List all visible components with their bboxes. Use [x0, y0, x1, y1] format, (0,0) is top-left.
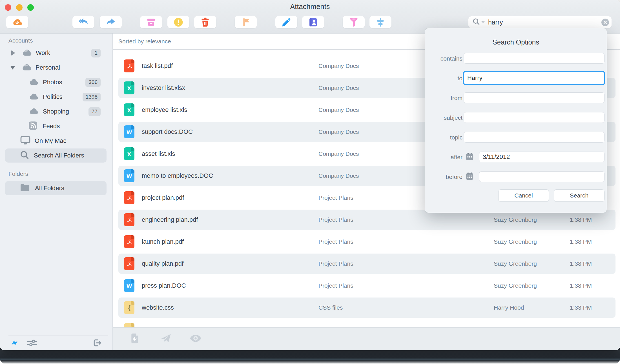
sidebar-item-politics[interactable]: Politics 1398 — [0, 91, 112, 103]
file-name: employee list.xls — [142, 106, 187, 114]
compose-button[interactable] — [275, 16, 297, 28]
archive-button[interactable] — [140, 16, 162, 28]
preview-button[interactable] — [189, 333, 202, 345]
file-name: website.css — [142, 304, 174, 311]
from-input[interactable] — [464, 92, 604, 103]
sidebar-item-photos[interactable]: Photos 306 — [0, 76, 112, 88]
sidebar-item-on-my-mac[interactable]: On My Mac — [0, 135, 112, 147]
sort-options-button[interactable] — [369, 16, 391, 28]
folder-cell: Project Plans — [318, 275, 353, 297]
cancel-button[interactable]: Cancel — [498, 189, 549, 202]
sidebar-item-search-all-folders[interactable]: Search All Folders — [5, 148, 107, 163]
disclosure-right-icon[interactable] — [11, 50, 15, 56]
unread-badge: 77 — [88, 107, 101, 116]
folder-icon — [20, 183, 30, 193]
accounts-header: Accounts — [8, 37, 33, 44]
sidebar: Accounts Work 1 — [0, 34, 113, 350]
file-name: asset list.xls — [142, 150, 175, 157]
pdf-file-icon — [124, 59, 134, 72]
sidebar-item-label: On My Mac — [35, 137, 66, 145]
sender-cell: Harry Hood — [494, 297, 524, 319]
after-date-input[interactable] — [479, 152, 604, 162]
contact-card-icon — [308, 17, 318, 27]
before-date-input[interactable] — [479, 171, 604, 182]
file-name: press plan.DOC — [142, 282, 186, 289]
folder-cell: Project Plans — [318, 253, 353, 275]
sidebar-item-label: Personal — [36, 64, 60, 71]
disclosure-down-icon[interactable] — [10, 66, 15, 70]
cloud-folder-icon — [28, 107, 39, 116]
flag-icon — [241, 17, 251, 27]
folder-cell: Project Plans — [318, 209, 353, 231]
pencil-icon — [281, 17, 291, 27]
attachment-row[interactable]: w press plan.DOC Project Plans Suzy Gree… — [113, 275, 620, 297]
attachments-window: Attachments — [0, 0, 620, 350]
search-input[interactable] — [488, 19, 601, 26]
sidebar-item-personal[interactable]: Personal — [0, 61, 112, 74]
download-attachments-button[interactable] — [6, 16, 28, 28]
sidebar-item-label: Feeds — [43, 123, 60, 130]
time-cell: 1:38 PM — [552, 253, 592, 275]
sidebar-item-label: Shopping — [43, 108, 69, 115]
filter-button[interactable] — [343, 16, 365, 28]
attachment-row[interactable]: quality plan.pdf Project Plans Suzy Gree… — [113, 253, 620, 275]
contacts-button[interactable] — [302, 16, 324, 28]
xls-file-icon: x — [124, 147, 134, 160]
search-field[interactable] — [468, 16, 612, 28]
to-input[interactable] — [463, 71, 605, 85]
folder-cell: CSS files — [318, 297, 343, 319]
cloud-account-icon — [20, 63, 32, 72]
list-action-bar — [113, 327, 620, 350]
sign-out-button[interactable] — [92, 338, 102, 349]
flag-button[interactable] — [235, 16, 257, 28]
before-label: before — [427, 174, 462, 180]
calendar-icon[interactable] — [465, 172, 474, 181]
delete-button[interactable] — [194, 16, 216, 28]
screen: Attachments — [0, 0, 620, 364]
sidebar-item-label: All Folders — [35, 185, 64, 192]
attachment-row[interactable]: { website.css CSS files Harry Hood 1:33 … — [113, 297, 620, 319]
search-icon — [20, 150, 29, 161]
css-file-icon: { — [124, 301, 134, 314]
unread-badge: 1398 — [83, 93, 101, 101]
contains-input[interactable] — [464, 53, 604, 64]
to-label: to — [427, 75, 462, 82]
forward-button[interactable] — [100, 16, 122, 28]
sidebar-settings-button[interactable] — [27, 338, 37, 349]
send-icon — [160, 333, 172, 345]
subject-input[interactable] — [464, 112, 604, 123]
sidebar-divider — [8, 336, 108, 336]
doc-file-icon: w — [124, 169, 134, 182]
send-button[interactable] — [160, 333, 172, 345]
cloud-download-icon — [12, 18, 23, 26]
unread-badge: 306 — [85, 78, 101, 87]
search-options-popover: Search Options contains to from subject … — [425, 28, 607, 213]
pdf-file-icon — [124, 213, 134, 226]
search-icon[interactable] — [472, 18, 480, 27]
sender-cell: Suzy Greenberg — [494, 253, 537, 275]
sliders-icon — [27, 339, 37, 348]
sidebar-item-work[interactable]: Work 1 — [0, 47, 112, 59]
search-scope-chevron-icon[interactable] — [481, 19, 485, 25]
attachment-row[interactable]: launch plan.pdf Project Plans Suzy Green… — [113, 231, 620, 253]
search-submit-button[interactable]: Search — [554, 189, 604, 202]
spam-button[interactable] — [167, 16, 189, 28]
sender-cell: Suzy Greenberg — [494, 231, 537, 253]
clear-search-icon[interactable] — [601, 19, 609, 26]
folder-cell: Project Plans — [318, 231, 353, 253]
forward-icon — [105, 18, 116, 27]
folder-cell: Company Docs — [318, 77, 359, 99]
sender-cell: Suzy Greenberg — [494, 275, 537, 297]
sidebar-item-all-folders[interactable]: All Folders — [5, 181, 107, 195]
topic-input[interactable] — [464, 132, 604, 143]
reply-all-button[interactable] — [72, 16, 94, 28]
sidebar-item-feeds[interactable]: Feeds — [0, 120, 112, 132]
pdf-file-icon — [124, 257, 134, 270]
sidebar-item-shopping[interactable]: Shopping 77 — [0, 105, 112, 118]
quick-post-button[interactable] — [10, 338, 20, 349]
calendar-icon[interactable] — [465, 152, 474, 161]
alert-icon — [174, 17, 183, 27]
contains-label: contains — [427, 55, 462, 62]
titlebar: Attachments — [0, 0, 620, 13]
save-attachment-button[interactable] — [129, 333, 141, 345]
